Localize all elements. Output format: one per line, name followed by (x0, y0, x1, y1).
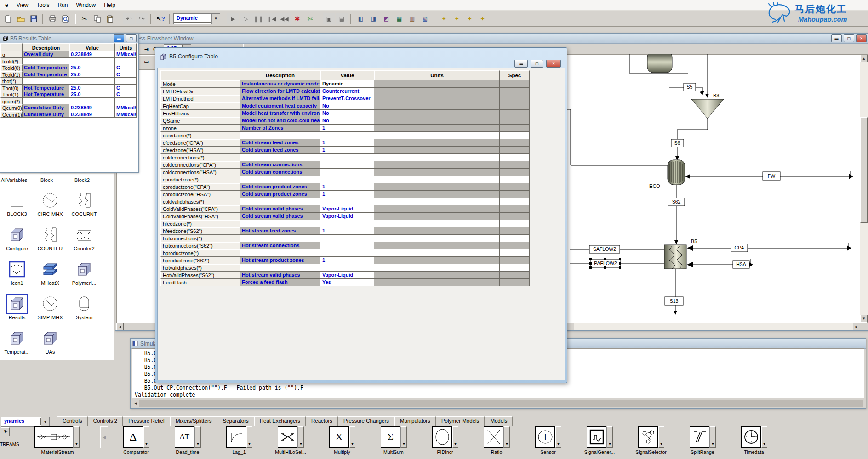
chevron-down-icon[interactable]: ▼ (658, 426, 664, 448)
config-row-value[interactable] (320, 176, 374, 183)
config-row-value[interactable]: Yes (320, 279, 374, 286)
menu-item[interactable]: Tools (32, 1, 53, 9)
config-row-name[interactable]: cfeedzone(*) (160, 132, 240, 139)
config-row-spec[interactable] (500, 264, 530, 272)
maximize-button[interactable]: ▢ (531, 60, 543, 68)
palette-tab[interactable]: Pressure Relief (123, 416, 170, 426)
library-item-cocurnt[interactable]: COCURNT (68, 191, 100, 217)
config-row-name[interactable]: hotconnections(*) (160, 235, 240, 242)
library-item-temperatures[interactable]: Temperat... (1, 329, 33, 355)
library-item-simp-mhx[interactable]: SIMP-MHX (34, 295, 66, 320)
config-row-units[interactable] (374, 198, 500, 205)
row-name-cell[interactable]: Thot(1) (0, 91, 23, 98)
config-row-name[interactable]: EnvHtTrans (160, 110, 240, 117)
config-row-units[interactable] (374, 176, 500, 183)
maximize-button[interactable]: ▢ (126, 34, 137, 42)
config-row-value[interactable]: 1 (320, 191, 374, 198)
config-row-units[interactable] (374, 88, 500, 95)
snap-icon[interactable]: ⇥ (141, 44, 152, 54)
alert-icon[interactable]: ✦ (438, 13, 450, 24)
menu-item[interactable]: e (1, 1, 12, 9)
config-row-value[interactable]: No (320, 102, 374, 110)
minimize-button[interactable]: ▬ (831, 34, 842, 42)
window-cascade-icon[interactable]: ◨ (367, 13, 380, 24)
config-row-units[interactable] (374, 242, 500, 249)
save-button[interactable] (28, 13, 40, 24)
config-row-value[interactable]: 1 (320, 257, 374, 264)
library-item-polymer[interactable]: PolymerI... (68, 260, 100, 286)
config-row-name[interactable]: hotconnections("S62") (160, 242, 240, 249)
palette-item-comparator[interactable]: Δ ▼Comparator (123, 426, 150, 448)
chevron-down-icon[interactable]: ▼ (143, 426, 149, 448)
palette-tab-allvariables[interactable]: AllVariables (1, 177, 27, 183)
step-button[interactable]: ▷ (240, 13, 252, 24)
config-row-value[interactable]: Dynamic (320, 80, 374, 88)
palette-tab[interactable]: Reactors (306, 416, 338, 426)
chevron-down-icon[interactable]: ▼ (195, 426, 201, 448)
config-row-units[interactable] (374, 95, 500, 102)
config-row-spec[interactable] (500, 88, 530, 95)
config-row-spec[interactable] (500, 80, 530, 88)
undo-button[interactable]: ↶ (123, 13, 135, 24)
row-name-cell[interactable]: tcold(*) (0, 58, 23, 65)
config-row-name[interactable]: cproductzone(*) (160, 176, 240, 183)
config-row-spec[interactable] (500, 132, 530, 139)
palette-tab-block2[interactable]: Block2 (74, 177, 90, 183)
config-row-name[interactable]: coldconnections("HSA") (160, 169, 240, 176)
flowsheet-vscrollbar[interactable]: ▲ ▼ (860, 55, 868, 322)
pause-button[interactable]: ❙❙ (252, 13, 265, 24)
config-row-units[interactable] (374, 227, 500, 235)
row-value-cell[interactable]: 25.0 (69, 64, 115, 71)
chevron-down-icon[interactable]: ▼ (710, 426, 716, 448)
config-row-spec[interactable] (500, 272, 530, 279)
row-name-cell[interactable]: qcum(*) (0, 98, 23, 105)
config-row-units[interactable] (374, 147, 500, 154)
palette-item-multisum[interactable]: Σ ▼MultiSum (381, 426, 407, 448)
row-name-cell[interactable]: Tcold(1) (0, 71, 23, 78)
config-row-spec[interactable] (500, 279, 530, 286)
config-row-value[interactable]: Countercurrent (320, 88, 374, 95)
chevron-down-icon[interactable]: ▼ (401, 426, 407, 448)
config-row-spec[interactable] (500, 257, 530, 264)
row-units-cell[interactable]: MMkcal/hr (115, 51, 137, 58)
config-row-name[interactable]: ColdValidPhases("CPA") (160, 205, 240, 213)
config-row-name[interactable]: cfeedzone("HSA") (160, 147, 240, 154)
flowsheet-titlebar[interactable]: Process Flowsheet Window ▬ ▢ ✕ (115, 34, 868, 44)
open-file-button[interactable] (15, 13, 27, 24)
config-row-spec[interactable] (500, 249, 530, 257)
config-row-spec[interactable] (500, 235, 530, 242)
scroll-down-icon[interactable]: ▼ (860, 315, 868, 322)
chevron-down-icon[interactable]: ▼ (761, 426, 767, 448)
config-row-units[interactable] (374, 213, 500, 220)
config-row-name[interactable]: nzone (160, 125, 240, 132)
config-row-value[interactable] (320, 249, 374, 257)
palette-scroll-left-button[interactable]: ◄ (100, 426, 108, 448)
config-row-name[interactable]: coldconnections(*) (160, 154, 240, 161)
config-row-name[interactable]: hproductzone("S62") (160, 257, 240, 264)
palette-tab[interactable]: Polymer Models (436, 416, 485, 426)
row-units-cell[interactable]: MMkcal/hr (115, 111, 137, 118)
config-row-name[interactable]: ColdValidPhases("HSA") (160, 213, 240, 220)
config-row-name[interactable]: hotvalidphases(*) (160, 264, 240, 272)
config-row-units[interactable] (374, 139, 500, 147)
solver-settings-icon[interactable]: ✱ (291, 13, 303, 24)
config-row-value[interactable]: 1 (320, 139, 374, 147)
library-item-counter2[interactable]: Counter2 (68, 226, 100, 251)
config-row-units[interactable] (374, 154, 500, 161)
copy-button[interactable] (91, 13, 103, 24)
row-units-cell[interactable]: C (115, 71, 137, 78)
config-row-value[interactable] (320, 169, 374, 176)
palette-tab[interactable]: Manipulators (394, 416, 436, 426)
chevron-down-icon[interactable]: ▼ (74, 426, 80, 448)
config-row-value[interactable]: PreventT-Crossover (320, 95, 374, 102)
config-row-value[interactable]: 1 (320, 183, 374, 191)
results-titlebar[interactable]: B5.Results Table ▬ ▢ (0, 34, 138, 44)
rewind-button[interactable]: ◀◀ (278, 13, 291, 24)
config-row-units[interactable] (374, 117, 500, 125)
row-units-cell[interactable] (115, 58, 137, 65)
scroll-left-icon[interactable]: ◄ (132, 400, 139, 407)
library-select[interactable]: ynamics▼ (1, 417, 50, 427)
config-row-value[interactable]: 1 (320, 125, 374, 132)
pointer-mode-button[interactable]: ➤ (1, 427, 10, 436)
config-row-value[interactable]: Vapor-Liquid (320, 213, 374, 220)
